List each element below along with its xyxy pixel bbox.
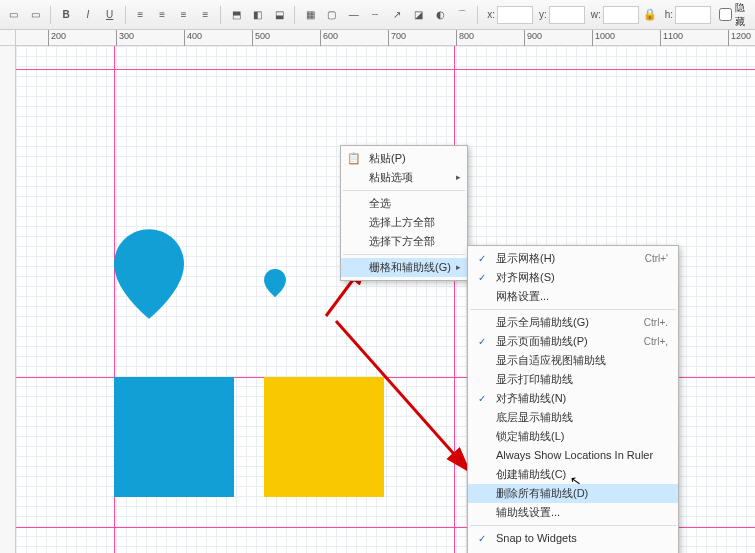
menu-snap-grid[interactable]: ✓ 对齐网格(S): [468, 268, 678, 287]
lock-icon[interactable]: 🔒: [643, 8, 657, 21]
check-icon: ✓: [474, 268, 490, 287]
menu-guide-settings[interactable]: 辅助线设置...: [468, 503, 678, 522]
separator: [125, 6, 126, 24]
stroke-color-btn[interactable]: ▢: [322, 4, 342, 26]
toolbar-btn[interactable]: ▭: [4, 4, 24, 26]
paste-icon: 📋: [347, 151, 361, 165]
menu-label: 选择下方全部: [369, 235, 435, 247]
menu-label: 删除所有辅助线(D): [496, 487, 588, 499]
menu-label: 创建辅助线(C): [496, 468, 566, 480]
menu-select-above[interactable]: 选择上方全部: [341, 213, 467, 232]
menu-select-all[interactable]: 全选: [341, 194, 467, 213]
menu-label: 选择上方全部: [369, 216, 435, 228]
menu-label: 粘贴(P): [369, 152, 406, 164]
separator: [477, 6, 478, 24]
menu-label: 底层显示辅助线: [496, 411, 573, 423]
menu-label: 锁定辅助线(L): [496, 430, 564, 442]
toolbar-btn[interactable]: ▭: [26, 4, 46, 26]
menu-shortcut: Ctrl+': [645, 249, 668, 268]
grid-guides-submenu[interactable]: ✓ 显示网格(H) Ctrl+' ✓ 对齐网格(S) 网格设置... 显示全局辅…: [467, 245, 679, 553]
blue-square[interactable]: [114, 377, 234, 497]
w-input[interactable]: [603, 6, 639, 24]
valign-top-btn[interactable]: ⬒: [226, 4, 246, 26]
menu-label: 显示打印辅助线: [496, 373, 573, 385]
corner-btn[interactable]: ⌒: [453, 4, 473, 26]
menu-show-grid[interactable]: ✓ 显示网格(H) Ctrl+': [468, 249, 678, 268]
separator: [220, 6, 221, 24]
toolbar: ▭ ▭ B I U ≡ ≡ ≡ ≡ ⬒ ◧ ⬓ ▦ ▢ — ╌ ↗ ◪ ◐ ⌒ …: [0, 0, 755, 30]
menu-label: 对齐网格(S): [496, 271, 555, 283]
menu-select-below[interactable]: 选择下方全部: [341, 232, 467, 251]
menu-snap-widgets[interactable]: ✓ Snap to Widgets: [468, 529, 678, 548]
yellow-square[interactable]: [264, 377, 384, 497]
menu-label: 网格设置...: [496, 290, 549, 302]
menu-snap-guides[interactable]: ✓ 对齐辅助线(N): [468, 389, 678, 408]
menu-label: 辅助线设置...: [496, 506, 560, 518]
ruler-corner: [0, 30, 16, 46]
h-label: h:: [665, 9, 673, 20]
y-label: y:: [539, 9, 547, 20]
menu-show-under-guides[interactable]: 底层显示辅助线: [468, 408, 678, 427]
bold-btn[interactable]: B: [56, 4, 76, 26]
underline-btn[interactable]: U: [100, 4, 120, 26]
menu-label: 显示全局辅助线(G): [496, 316, 589, 328]
y-input[interactable]: [549, 6, 585, 24]
opacity-btn[interactable]: ◐: [431, 4, 451, 26]
menu-show-print-guides[interactable]: 显示打印辅助线: [468, 370, 678, 389]
menu-label: 显示自适应视图辅助线: [496, 354, 606, 366]
hidden-label: 隐藏: [735, 1, 751, 29]
menu-label: 显示网格(H): [496, 252, 555, 264]
separator: [294, 6, 295, 24]
align-center-btn[interactable]: ≡: [152, 4, 172, 26]
menu-paste[interactable]: 📋 粘贴(P): [341, 149, 467, 168]
pin-shape-large[interactable]: [114, 229, 184, 319]
menu-separator: [470, 525, 676, 526]
guide-horizontal[interactable]: [16, 69, 755, 70]
separator: [50, 6, 51, 24]
menu-label: Always Show Locations In Ruler: [496, 449, 653, 461]
line-style-btn[interactable]: ╌: [366, 4, 386, 26]
valign-bottom-btn[interactable]: ⬓: [270, 4, 290, 26]
align-right-btn[interactable]: ≡: [174, 4, 194, 26]
menu-show-adaptive-guides[interactable]: 显示自适应视图辅助线: [468, 351, 678, 370]
menu-show-global-guides[interactable]: 显示全局辅助线(G) Ctrl+.: [468, 313, 678, 332]
valign-middle-btn[interactable]: ◧: [248, 4, 268, 26]
menu-always-show-ruler[interactable]: Always Show Locations In Ruler: [468, 446, 678, 465]
menu-lock-guides[interactable]: 锁定辅助线(L): [468, 427, 678, 446]
menu-grid-guides[interactable]: 栅格和辅助线(G): [341, 258, 467, 277]
menu-label: 全选: [369, 197, 391, 209]
x-input[interactable]: [497, 6, 533, 24]
arrow-btn[interactable]: ↗: [387, 4, 407, 26]
shadow-btn[interactable]: ◪: [409, 4, 429, 26]
menu-shortcut: Ctrl+,: [644, 332, 668, 351]
align-left-btn[interactable]: ≡: [130, 4, 150, 26]
ruler-vertical[interactable]: [0, 46, 16, 553]
italic-btn[interactable]: I: [78, 4, 98, 26]
workspace: 200300400500600700800900100011001200 📋 粘…: [0, 30, 755, 553]
context-menu[interactable]: 📋 粘贴(P) 粘贴选项 全选 选择上方全部 选择下方全部 栅格和辅助线(G): [340, 145, 468, 281]
x-label: x:: [487, 9, 495, 20]
cursor-icon: ↖: [569, 472, 582, 489]
menu-label: 显示页面辅助线(P): [496, 335, 588, 347]
h-input[interactable]: [675, 6, 711, 24]
pin-shape-small[interactable]: [264, 269, 286, 297]
menu-grid-settings[interactable]: 网格设置...: [468, 287, 678, 306]
check-icon: ✓: [474, 249, 490, 268]
guide-vertical[interactable]: [454, 46, 455, 553]
menu-label: 对齐辅助线(N): [496, 392, 566, 404]
ruler-horizontal[interactable]: 200300400500600700800900100011001200: [16, 30, 755, 46]
hidden-checkbox[interactable]: 隐藏: [719, 1, 751, 29]
check-icon: ✓: [474, 389, 490, 408]
check-icon: ✓: [474, 529, 490, 548]
menu-paste-options[interactable]: 粘贴选项: [341, 168, 467, 187]
fill-color-btn[interactable]: ▦: [300, 4, 320, 26]
w-label: w:: [591, 9, 601, 20]
menu-separator: [343, 190, 465, 191]
menu-show-page-guides[interactable]: ✓ 显示页面辅助线(P) Ctrl+,: [468, 332, 678, 351]
check-icon: ✓: [474, 332, 490, 351]
menu-label: 栅格和辅助线(G): [369, 261, 451, 273]
menu-label: Snap to Widgets: [496, 532, 577, 544]
menu-widget-snap-settings[interactable]: Widget Snap Settings...: [468, 548, 678, 553]
align-justify-btn[interactable]: ≡: [196, 4, 216, 26]
line-width-btn[interactable]: —: [344, 4, 364, 26]
